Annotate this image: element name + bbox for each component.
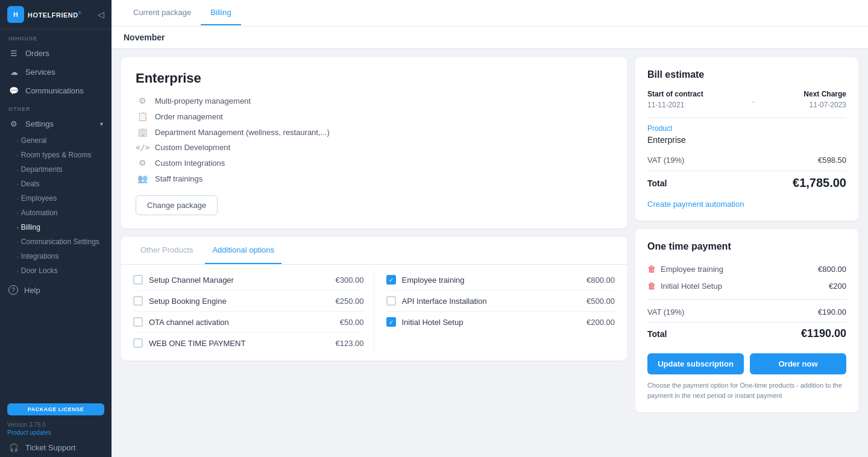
product-label: Product <box>647 124 846 133</box>
update-subscription-button[interactable]: Update subscription <box>647 353 744 374</box>
next-charge-label: Next Charge <box>804 90 846 98</box>
ticket-support-icon: 🎧 <box>8 443 19 452</box>
option-checkbox-4[interactable] <box>133 338 143 348</box>
option-label-1: Setup Channel Manager <box>149 276 330 285</box>
bill-divider-1 <box>647 118 846 118</box>
feature-list: ⚙ Multi-property management 📋 Order mana… <box>136 96 612 183</box>
sidebar-sub-item-automation[interactable]: •Automation <box>0 206 112 220</box>
sidebar-item-help[interactable]: ? Help <box>0 280 112 300</box>
option-checkbox-r1[interactable]: ✓ <box>386 275 396 285</box>
one-time-item-1-price: €800.00 <box>818 265 846 274</box>
communications-icon: 💬 <box>8 86 19 95</box>
option-row-3: OTA channel activation €50.00 <box>133 312 364 333</box>
package-title: Enterprise <box>136 71 612 86</box>
option-price-r1: €800.00 <box>587 276 615 285</box>
order-now-button[interactable]: Order now <box>750 353 846 374</box>
option-checkbox-3[interactable] <box>133 317 143 327</box>
sidebar-logo: H HOTELFRIEND® <box>7 6 81 23</box>
total-row: Total €1,785.00 <box>647 171 846 195</box>
option-checkbox-2[interactable] <box>133 296 143 306</box>
option-price-2: €250.00 <box>336 297 364 306</box>
one-time-item-1-label: Employee training <box>661 265 723 274</box>
option-checkbox-r2[interactable] <box>386 296 396 306</box>
one-time-item-1: 🗑 Employee training €800.00 <box>647 260 846 277</box>
trash-icon-2[interactable]: 🗑 <box>647 281 656 291</box>
sidebar-sub-item-employees[interactable]: •Employees <box>0 191 112 206</box>
option-label-r3: Initial Hotel Setup <box>402 318 581 327</box>
sidebar-item-settings[interactable]: ⚙ Settings ▾ <box>0 115 112 133</box>
tab-billing[interactable]: Billing <box>201 1 241 25</box>
settings-chevron-icon: ▾ <box>100 121 103 127</box>
sidebar-sub-item-deals[interactable]: •Deals <box>0 177 112 191</box>
feature-icon-6: 👥 <box>136 174 149 183</box>
one-time-vat-value: €190.00 <box>818 307 846 317</box>
option-label-4: WEB ONE TIME PAYMENT <box>149 339 330 348</box>
sidebar-header: H HOTELFRIEND® ◁ <box>0 0 112 30</box>
start-contract-label: Start of contract <box>647 90 703 98</box>
vat-label: VAT (19%) <box>647 156 684 165</box>
option-row-r2: API Interface Installation €500.00 <box>386 291 615 312</box>
sidebar-sub-item-roomtypes[interactable]: •Room types & Rooms <box>0 148 112 162</box>
vat-row: VAT (19%) €598.50 <box>647 152 846 168</box>
option-price-1: €300.00 <box>336 276 364 285</box>
trash-icon-1[interactable]: 🗑 <box>647 264 656 274</box>
option-checkbox-r3[interactable]: ✓ <box>386 317 396 327</box>
top-tabs-bar: Current package Billing <box>112 0 868 27</box>
next-charge-value: 11-07-2023 <box>804 101 846 109</box>
total-value: €1,785.00 <box>793 176 846 190</box>
bill-estimate-title: Bill estimate <box>647 69 846 80</box>
options-left-col: Setup Channel Manager €300.00 Setup Book… <box>133 269 374 353</box>
help-icon: ? <box>8 285 18 295</box>
bill-estimate-card: Bill estimate Start of contract 11-11-20… <box>635 57 858 221</box>
product-updates-link[interactable]: Product updates <box>0 429 112 436</box>
option-label-2: Setup Booking Engine <box>149 297 330 306</box>
options-grid: Setup Channel Manager €300.00 Setup Book… <box>121 265 627 361</box>
orders-icon: ☰ <box>8 49 19 58</box>
sidebar-collapse-icon[interactable]: ◁ <box>98 10 104 19</box>
option-row-4: WEB ONE TIME PAYMENT €123.00 <box>133 333 364 353</box>
content-area: Enterprise ⚙ Multi-property management 📋… <box>112 49 868 457</box>
feature-item-4: </> Custom Development <box>136 143 612 152</box>
feature-item-5: ⚙ Custom Integrations <box>136 158 612 168</box>
feature-icon-3: 🏢 <box>136 127 149 137</box>
option-price-r3: €200.00 <box>587 318 615 327</box>
feature-icon-4: </> <box>136 143 149 152</box>
one-time-item-2-label: Initial Hotel Setup <box>661 282 722 291</box>
one-time-payment-card: One time payment 🗑 Employee training €80… <box>635 229 858 412</box>
one-time-title: One time payment <box>647 241 846 252</box>
sidebar-sub-item-billing[interactable]: •Billing <box>0 220 112 235</box>
sidebar-sub-item-integrations[interactable]: •Integrations <box>0 249 112 263</box>
sidebar-item-ticket-support[interactable]: 🎧 Ticket Support <box>0 438 112 457</box>
change-package-button[interactable]: Change package <box>136 195 218 215</box>
sidebar: H HOTELFRIEND® ◁ INHOUSE ☰ Orders ☁ Serv… <box>0 0 112 457</box>
sidebar-item-services[interactable]: ☁ Services <box>0 63 112 81</box>
sidebar-sub-item-doorlocks[interactable]: •Door Locks <box>0 263 112 278</box>
month-label: November <box>112 27 868 49</box>
package-license-badge: PACKAGE LICENSE <box>7 403 104 415</box>
tab-other-products[interactable]: Other Products <box>133 237 200 264</box>
feature-item-3: 🏢 Department Management (wellness, resta… <box>136 127 612 137</box>
sidebar-item-orders[interactable]: ☰ Orders <box>0 44 112 63</box>
feature-icon-1: ⚙ <box>136 96 149 106</box>
option-row-1: Setup Channel Manager €300.00 <box>133 269 364 291</box>
option-checkbox-1[interactable] <box>133 275 143 285</box>
services-icon: ☁ <box>8 68 19 77</box>
tab-current-package[interactable]: Current package <box>124 1 201 25</box>
options-right-col: ✓ Employee training €800.00 API Interfac… <box>374 269 615 353</box>
sidebar-sub-item-departments[interactable]: •Departments <box>0 162 112 177</box>
sidebar-item-communications[interactable]: 💬 Communications <box>0 81 112 100</box>
create-payment-automation-link[interactable]: Create payment automation <box>647 200 846 209</box>
option-row-2: Setup Booking Engine €250.00 <box>133 291 364 312</box>
one-time-total-label: Total <box>647 329 667 339</box>
one-time-item-2-price: €200 <box>829 282 846 291</box>
sidebar-sub-item-general[interactable]: •General <box>0 133 112 148</box>
option-label-3: OTA channel activation <box>149 318 334 327</box>
sidebar-sub-item-commsettings[interactable]: •Communication Settings <box>0 235 112 249</box>
one-time-item-2: 🗑 Initial Hotel Setup €200 <box>647 277 846 294</box>
one-time-vat-row: VAT (19%) €190.00 <box>647 304 846 320</box>
option-row-r1: ✓ Employee training €800.00 <box>386 269 615 291</box>
option-label-r2: API Interface Installation <box>402 297 581 306</box>
tab-additional-options[interactable]: Additional options <box>205 237 281 264</box>
version-text: Version 3.78.0 <box>0 420 112 429</box>
bill-dates-row: Start of contract 11-11-2021 - Next Char… <box>647 90 846 109</box>
